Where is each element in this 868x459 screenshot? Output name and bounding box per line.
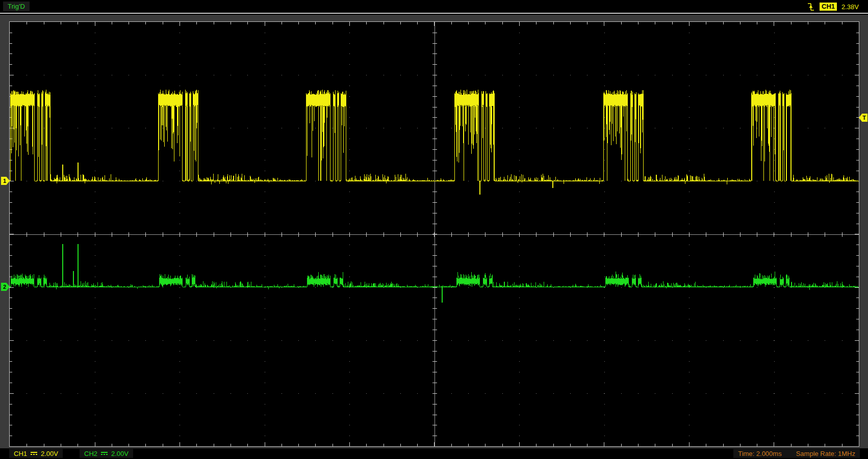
waveform-canvas xyxy=(10,22,859,446)
ch2-label: CH2 xyxy=(84,450,97,457)
trigger-level-readout: 2.38V xyxy=(841,3,859,11)
ch2-readout: CH2 2.00V xyxy=(80,449,133,458)
trigger-status-badge: Trig'D xyxy=(3,2,30,11)
timebase-readout: Time: 2.000ms Sample Rate: 1MHz xyxy=(733,449,860,458)
ch2-scale: 2.00V xyxy=(111,450,129,457)
ch1-readout: CH1 2.00V xyxy=(9,449,63,458)
screen-bezel xyxy=(0,15,868,448)
sample-rate-value: Sample Rate: 1MHz xyxy=(796,450,855,457)
ch2-dc-coupling-icon xyxy=(101,451,108,456)
rising-edge-trigger-icon xyxy=(807,2,815,12)
ch1-label: CH1 xyxy=(14,450,27,457)
trigger-readout: CH1 2.38V xyxy=(807,2,859,12)
trigger-source-badge: CH1 xyxy=(820,3,837,11)
bottom-readout-bar: CH1 2.00V CH2 2.00V Time: 2.000ms Sample… xyxy=(0,448,868,459)
ch1-dc-coupling-icon xyxy=(31,451,37,456)
ch1-scale: 2.00V xyxy=(41,450,58,457)
oscilloscope-screen: { "top_bar": { "trig_status": "Trig'D", … xyxy=(0,0,868,459)
timebase-value: Time: 2.000ms xyxy=(738,450,782,457)
top-status-bar: Trig'D CH1 2.38V xyxy=(0,0,868,14)
scope-display xyxy=(9,21,859,447)
